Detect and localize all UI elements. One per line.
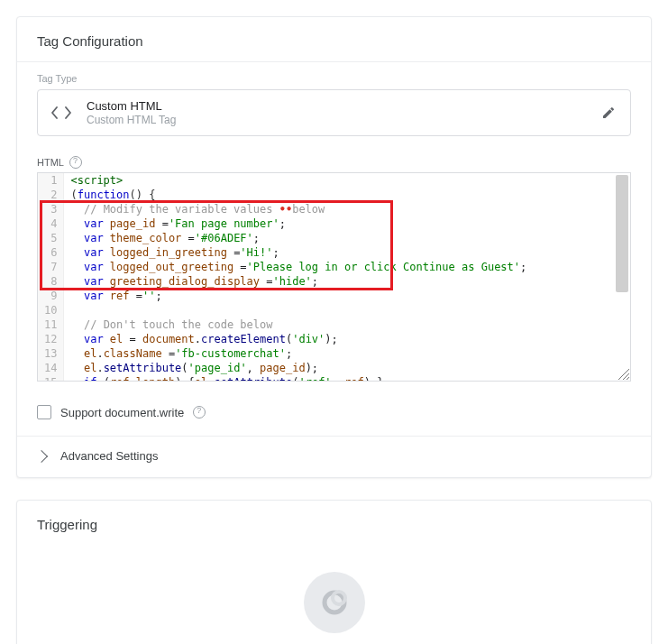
code-line: 8 var greeting_dialog_display ='hide';	[38, 274, 630, 289]
help-icon[interactable]	[69, 156, 82, 169]
tag-type-name: Custom HTML	[87, 99, 176, 113]
card-title: Triggering	[17, 501, 651, 545]
code-line: 12 var el = document.createElement('div'…	[38, 332, 630, 346]
tag-type-sub: Custom HTML Tag	[87, 114, 176, 126]
code-line: 4 var page_id ='Fan page number';	[38, 216, 630, 231]
tag-type-label: Tag Type	[17, 62, 651, 89]
support-doc-write-label: Support document.write	[60, 406, 184, 419]
code-line: 13 el.className ='fb-customerchat';	[38, 346, 630, 361]
code-line: 14 el.setAttribute('page_id', page_id);	[38, 361, 630, 375]
code-line: 15 if (ref.length) {el.setAttribute('ref…	[38, 375, 630, 381]
help-icon[interactable]	[193, 406, 206, 419]
resize-grip-icon[interactable]	[618, 369, 629, 380]
advanced-settings-label: Advanced Settings	[60, 449, 158, 463]
code-brackets-icon	[50, 102, 72, 124]
tag-configuration-card: Tag Configuration Tag Type Custom HTML C…	[16, 16, 652, 478]
pencil-icon[interactable]	[599, 104, 618, 122]
code-line: 9 var ref ='';	[38, 289, 630, 303]
chevron-right-icon	[35, 449, 48, 462]
html-code-editor[interactable]: 1<script>2(function() {3 // Modify the v…	[37, 172, 631, 382]
tag-type-selector[interactable]: Custom HTML Custom HTML Tag	[37, 89, 631, 136]
support-doc-write-checkbox[interactable]	[37, 405, 51, 419]
code-line: 6 var logged_in_greeting ='Hi!';	[38, 245, 630, 260]
code-line: 10	[38, 303, 630, 317]
triggering-card: Triggering Choose a trigger to make this…	[16, 500, 652, 644]
advanced-settings-toggle[interactable]: Advanced Settings	[17, 437, 651, 477]
trigger-placeholder-icon	[304, 572, 365, 633]
code-line: 7 var logged_out_greeting ='Please log i…	[38, 260, 630, 274]
code-line: 11 // Don't touch the code below	[38, 317, 630, 332]
scrollbar[interactable]	[616, 175, 628, 292]
code-line: 1<script>	[38, 173, 630, 188]
card-title: Tag Configuration	[17, 17, 651, 61]
code-line: 2(function() {	[38, 188, 630, 202]
html-label: HTML	[37, 157, 64, 168]
triggering-empty-state[interactable]: Choose a trigger to make this tag fire..…	[17, 545, 651, 644]
code-line: 5 var theme_color ='#06ADEF';	[38, 231, 630, 245]
code-line: 3 // Modify the variable values ••below	[38, 202, 630, 216]
